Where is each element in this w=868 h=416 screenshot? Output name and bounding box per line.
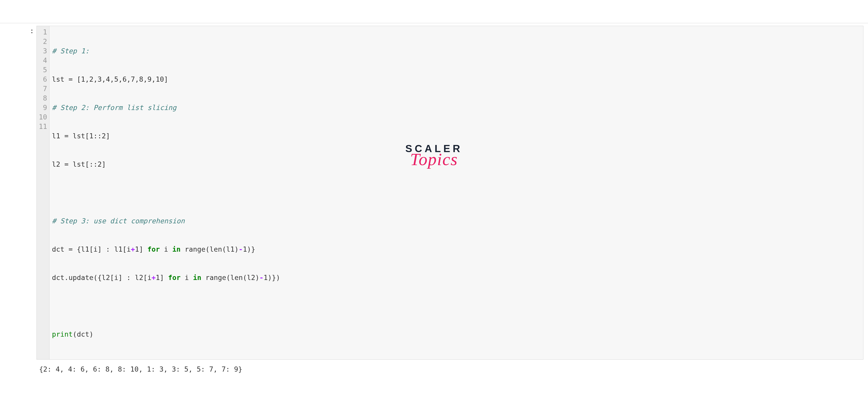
code-line: l1 = lst[1::2]	[52, 131, 861, 141]
code-editor[interactable]: # Step 1: lst = [1,2,3,4,5,6,7,8,9,10] #…	[50, 26, 863, 359]
code-line: # Step 1:	[52, 46, 861, 56]
line-number: 2	[39, 37, 47, 46]
line-number: 3	[39, 46, 47, 56]
output-cell: {2: 4, 4: 6, 6: 8, 8: 10, 1: 3, 3: 5, 5:…	[0, 364, 868, 375]
line-number: 6	[39, 75, 47, 84]
output-prompt	[0, 364, 36, 375]
line-number: 1	[39, 28, 47, 37]
line-number: 7	[39, 84, 47, 94]
output-text: {2: 4, 4: 6, 6: 8, 8: 10, 1: 3, 3: 5, 5:…	[36, 364, 868, 375]
code-input-area[interactable]: 1 2 3 4 5 6 7 8 9 10 11 # Step 1: lst = …	[36, 26, 863, 360]
code-cell: : 1 2 3 4 5 6 7 8 9 10 11 # Step 1: lst …	[0, 23, 868, 360]
code-line: # Step 2: Perform list slicing	[52, 103, 861, 113]
logo-sub-text: Topics	[405, 149, 462, 169]
line-number: 8	[39, 94, 47, 103]
line-number-gutter: 1 2 3 4 5 6 7 8 9 10 11	[37, 26, 50, 359]
code-line	[52, 301, 861, 311]
line-number: 11	[39, 122, 47, 131]
notebook-container: : 1 2 3 4 5 6 7 8 9 10 11 # Step 1: lst …	[0, 23, 868, 375]
code-line	[52, 188, 861, 197]
code-line: dct = {l1[i] : l1[i+1] for i in range(le…	[52, 245, 861, 254]
line-number: 9	[39, 103, 47, 113]
code-line: print(dct)	[52, 330, 861, 339]
line-number: 5	[39, 65, 47, 75]
code-line: lst = [1,2,3,4,5,6,7,8,9,10]	[52, 75, 861, 84]
scaler-topics-logo: SCALER Topics	[405, 143, 462, 169]
line-number: 4	[39, 56, 47, 65]
line-number: 10	[39, 113, 47, 122]
code-line: # Step 3: use dict comprehension	[52, 217, 861, 226]
code-line: dct.update({l2[i] : l2[i+1] for i in ran…	[52, 273, 861, 283]
input-prompt: :	[0, 23, 36, 360]
